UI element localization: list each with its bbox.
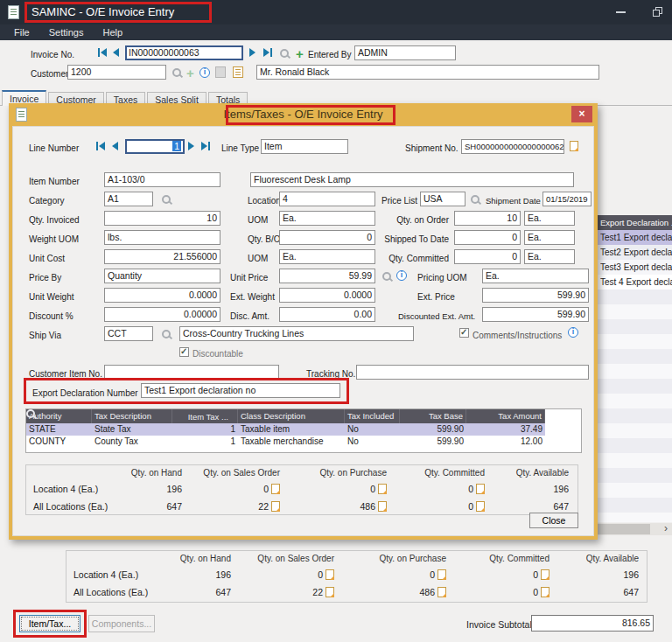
previous-record-icon[interactable] bbox=[113, 48, 119, 57]
first-line-icon[interactable] bbox=[99, 142, 105, 150]
drilldown-note-icon[interactable] bbox=[541, 587, 550, 597]
horizontal-scrollbar[interactable]: › bbox=[598, 523, 672, 535]
comments-checkbox[interactable] bbox=[459, 328, 469, 338]
unit-cost-input[interactable]: 21.556000 bbox=[104, 249, 220, 264]
scroll-right-arrow-icon[interactable]: › bbox=[660, 523, 672, 535]
close-button[interactable]: Close bbox=[529, 513, 578, 528]
tax-column-header[interactable]: Tax Description bbox=[92, 409, 172, 423]
drilldown-note-icon[interactable] bbox=[541, 569, 550, 580]
last-line-icon[interactable] bbox=[201, 142, 207, 150]
category-input[interactable]: A1 bbox=[104, 192, 153, 206]
export-decl-input[interactable]: Test1 Export declaration no bbox=[141, 383, 340, 398]
shipment-note-icon[interactable] bbox=[570, 141, 578, 151]
last-line-icon[interactable] bbox=[208, 142, 210, 150]
tax-row[interactable]: STATEState Tax1Taxable itemNo599.9037.49 bbox=[26, 423, 581, 436]
discountable-checkbox[interactable] bbox=[179, 347, 189, 357]
customer-detail-icon[interactable] bbox=[233, 66, 243, 78]
unit-price-input[interactable]: 59.99 bbox=[279, 269, 375, 283]
tax-column-header[interactable]: Class Description bbox=[238, 409, 345, 423]
restore-icon[interactable] bbox=[653, 7, 662, 17]
drilldown-note-icon[interactable] bbox=[271, 484, 280, 494]
customer-no-input[interactable]: 1200 bbox=[67, 65, 166, 80]
dialog-close-icon[interactable]: × bbox=[571, 106, 592, 122]
export-decl-label: Export Declaration Number bbox=[32, 388, 138, 398]
new-invoice-icon[interactable]: + bbox=[296, 47, 304, 60]
unit-weight-input[interactable]: 0.0000 bbox=[104, 288, 220, 303]
drilldown-note-icon[interactable] bbox=[326, 569, 334, 580]
menu-file[interactable]: File bbox=[9, 24, 35, 40]
drilldown-note-icon[interactable] bbox=[326, 587, 334, 597]
tracking-input[interactable] bbox=[356, 365, 589, 380]
first-record-icon[interactable] bbox=[98, 48, 100, 57]
customer-item-input[interactable] bbox=[104, 365, 279, 380]
menu-help[interactable]: Help bbox=[97, 24, 128, 40]
drilldown-note-icon[interactable] bbox=[378, 501, 387, 512]
first-line-icon[interactable] bbox=[96, 142, 98, 150]
customer-finder-icon[interactable] bbox=[172, 68, 183, 79]
ship-via-input[interactable]: CCT bbox=[104, 326, 153, 341]
tax-row[interactable]: COUNTYCounty Tax1Taxable merchandiseNo59… bbox=[26, 436, 581, 448]
qty-summary-row: All Locations (Ea.)647224860647 bbox=[66, 583, 647, 601]
unit-price-finder-icon[interactable] bbox=[382, 272, 393, 283]
invoice-finder-icon[interactable] bbox=[280, 49, 290, 59]
new-customer-icon[interactable]: + bbox=[186, 66, 194, 80]
minimize-icon[interactable] bbox=[616, 11, 626, 13]
customer-inquiry-icon[interactable]: i bbox=[200, 67, 210, 78]
first-record-icon[interactable] bbox=[101, 48, 107, 57]
export-declaration-row[interactable]: Test2 Export declara... bbox=[598, 245, 672, 260]
price-list-input[interactable]: USA bbox=[420, 192, 466, 206]
comments-label: Comments/Instructions bbox=[472, 331, 562, 340]
export-declaration-row[interactable]: Test 4 Export declar... bbox=[598, 275, 672, 290]
qty-number: 486 bbox=[419, 587, 435, 597]
finder-icon[interactable] bbox=[175, 409, 186, 420]
qty-value: 647 bbox=[486, 501, 570, 512]
next-line-icon[interactable] bbox=[188, 142, 194, 150]
line-number-input[interactable]: 1 bbox=[125, 139, 185, 154]
tax-cell: 599.90 bbox=[400, 436, 466, 448]
drilldown-note-icon[interactable] bbox=[378, 484, 387, 494]
line-number-value: 1 bbox=[172, 141, 181, 151]
tax-column-header[interactable]: Tax Amount bbox=[466, 409, 545, 423]
invoice-no-input[interactable]: IN000000000063 bbox=[125, 45, 243, 60]
qty-invoiced-input[interactable]: 10 bbox=[104, 211, 220, 226]
unit-weight-label: Unit Weight bbox=[29, 292, 74, 302]
previous-line-icon[interactable] bbox=[112, 142, 118, 150]
qty-summary-header-row: Qty. on HandQty. on Sales OrderQty. on P… bbox=[66, 551, 647, 566]
ship-via-finder-icon[interactable] bbox=[162, 330, 172, 340]
qty-on-order-field: 10 bbox=[454, 211, 521, 226]
last-record-icon[interactable] bbox=[270, 48, 272, 57]
menu-settings[interactable]: Settings bbox=[44, 24, 89, 40]
tax-table-header-row: AuthorityTax Description Item Tax ...Cla… bbox=[26, 409, 581, 423]
bottom-qty-summary: Qty. on HandQty. on Sales OrderQty. on P… bbox=[66, 550, 648, 603]
qty-committed-label: Qty. Committed bbox=[367, 254, 449, 263]
discount-input[interactable]: 0.00000 bbox=[104, 307, 220, 322]
next-record-icon[interactable] bbox=[249, 48, 256, 57]
item-tax-button[interactable]: Item/Tax... bbox=[19, 615, 80, 632]
export-declaration-row[interactable]: Test1 Export declara... bbox=[598, 230, 672, 245]
drilldown-note-icon[interactable] bbox=[271, 501, 280, 512]
drilldown-note-icon[interactable] bbox=[438, 569, 446, 580]
qty-value: 0 bbox=[448, 569, 551, 580]
drilldown-note-icon[interactable] bbox=[476, 484, 485, 494]
drilldown-note-icon[interactable] bbox=[438, 587, 446, 597]
export-declaration-row[interactable]: Test3 Export declara... bbox=[598, 260, 672, 275]
tax-table-filler bbox=[26, 448, 581, 452]
weight-uom-field[interactable]: lbs. bbox=[104, 230, 220, 245]
price-by-field[interactable]: Quantity bbox=[104, 269, 220, 283]
last-record-icon[interactable] bbox=[263, 48, 270, 57]
drilldown-note-icon[interactable] bbox=[476, 501, 485, 512]
tax-column-header[interactable]: Tax Included bbox=[345, 409, 400, 423]
tax-column-header[interactable]: Item Tax ... bbox=[172, 409, 238, 423]
scrollbar-thumb[interactable] bbox=[598, 524, 650, 534]
comments-inquiry-icon[interactable]: i bbox=[568, 327, 578, 338]
location-field[interactable]: 4 bbox=[279, 192, 375, 206]
unit-price-inquiry-icon[interactable]: i bbox=[396, 270, 407, 281]
customer-optional-fields-icon[interactable] bbox=[215, 66, 226, 78]
qty-column-header: Qty. on Hand bbox=[117, 468, 184, 478]
item-number-input[interactable]: A1-103/0 bbox=[104, 172, 220, 187]
shipment-date-field[interactable]: 01/15/2019 bbox=[542, 192, 592, 206]
tax-column-header[interactable]: Tax Base bbox=[400, 409, 466, 423]
export-declaration-column-header[interactable]: Export Declaration ... bbox=[598, 215, 672, 230]
price-list-finder-icon[interactable] bbox=[471, 195, 481, 206]
category-finder-icon[interactable] bbox=[162, 195, 172, 206]
